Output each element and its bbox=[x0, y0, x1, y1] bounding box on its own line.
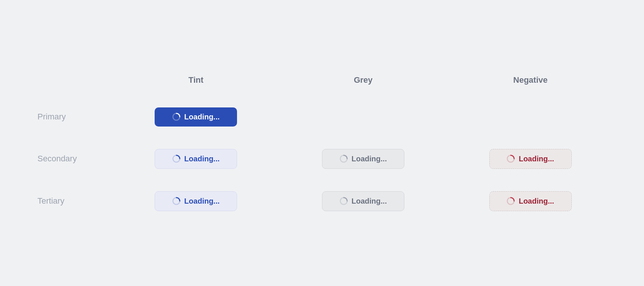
btn-secondary-tint-label: Loading... bbox=[184, 155, 219, 163]
row-label-tertiary: Tertiary bbox=[30, 196, 112, 206]
header-tint: Tint bbox=[112, 75, 280, 85]
row-label-secondary: Secondary bbox=[30, 154, 112, 164]
cell-secondary-grey: Loading... bbox=[280, 149, 447, 169]
btn-secondary-tint[interactable]: Loading... bbox=[155, 149, 237, 169]
cell-secondary-tint: Loading... bbox=[112, 149, 280, 169]
btn-secondary-negative[interactable]: Loading... bbox=[489, 149, 572, 169]
spinner-tertiary-negative bbox=[507, 197, 515, 205]
spinner-tertiary-tint bbox=[172, 197, 180, 205]
cell-secondary-negative: Loading... bbox=[447, 149, 614, 169]
btn-tertiary-grey-label: Loading... bbox=[352, 197, 387, 206]
btn-secondary-grey-label: Loading... bbox=[352, 155, 387, 163]
main-container: Tint Grey Negative Primary Loading... Se… bbox=[0, 53, 644, 234]
header-grey: Grey bbox=[280, 75, 447, 85]
spinner-primary-tint bbox=[172, 113, 180, 121]
spinner-secondary-negative bbox=[507, 155, 515, 163]
btn-tertiary-tint-label: Loading... bbox=[184, 197, 219, 206]
row-label-primary: Primary bbox=[30, 112, 112, 122]
btn-tertiary-negative[interactable]: Loading... bbox=[489, 191, 572, 211]
btn-tertiary-negative-label: Loading... bbox=[519, 197, 554, 206]
btn-primary-tint-label: Loading... bbox=[184, 113, 219, 121]
cell-tertiary-negative: Loading... bbox=[447, 191, 614, 211]
btn-secondary-negative-label: Loading... bbox=[519, 155, 554, 163]
cell-primary-tint: Loading... bbox=[112, 107, 280, 127]
spinner-tertiary-grey bbox=[340, 197, 348, 205]
button-grid: Tint Grey Negative Primary Loading... Se… bbox=[30, 75, 614, 211]
spinner-secondary-grey bbox=[340, 155, 348, 163]
spinner-secondary-tint bbox=[172, 155, 180, 163]
btn-secondary-grey[interactable]: Loading... bbox=[322, 149, 404, 169]
btn-tertiary-tint[interactable]: Loading... bbox=[155, 191, 237, 211]
cell-tertiary-tint: Loading... bbox=[112, 191, 280, 211]
btn-tertiary-grey[interactable]: Loading... bbox=[322, 191, 404, 211]
cell-tertiary-grey: Loading... bbox=[280, 191, 447, 211]
btn-primary-tint[interactable]: Loading... bbox=[155, 107, 237, 127]
header-negative: Negative bbox=[447, 75, 614, 85]
